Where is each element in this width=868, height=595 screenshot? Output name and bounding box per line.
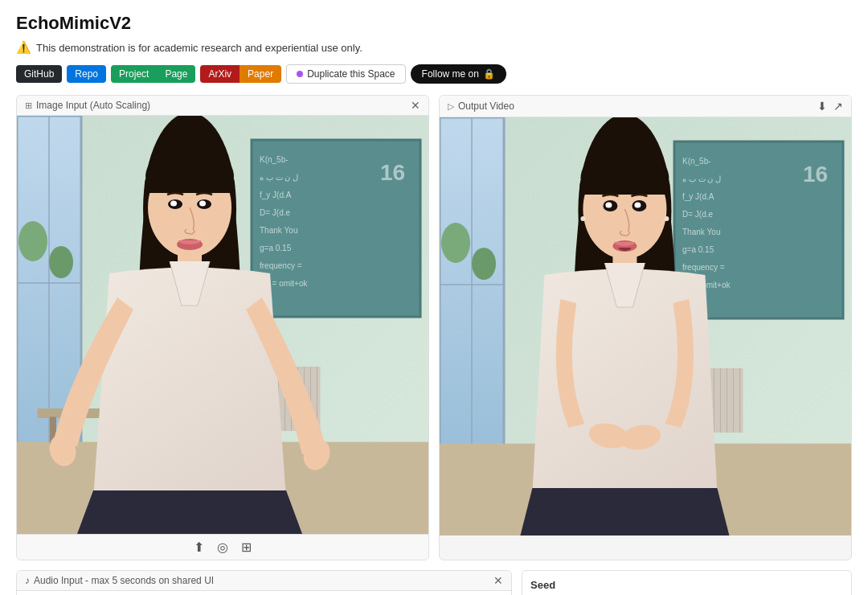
panel-header-left: ⊞ Image Input (Auto Scaling) [25, 100, 150, 111]
output-panel-actions: ⬇ ↗ [817, 100, 843, 113]
output-panel-header: ▷ Output Video ⬇ ↗ [440, 96, 851, 117]
warning-icon: ⚠️ [16, 40, 31, 55]
download-icon[interactable]: ⬇ [817, 100, 827, 113]
image-panel-header: ⊞ Image Input (Auto Scaling) ✕ [17, 96, 428, 116]
app-container: EchoMimicV2 ⚠️ This demonstration is for… [0, 0, 868, 595]
paper-button[interactable]: Paper [240, 65, 281, 83]
toolbar: GitHub Repo Project Page ArXiv Paper Dup… [16, 64, 852, 84]
audio-section: ♪ Audio Input - max 5 seconds on shared … [16, 570, 512, 595]
image-panel-title: Image Input (Auto Scaling) [36, 100, 150, 111]
page-button[interactable]: Page [157, 65, 195, 83]
image-panel-close-button[interactable]: ✕ [411, 100, 420, 111]
image-input-area[interactable] [17, 116, 428, 534]
audio-header-left: ♪ Audio Input - max 5 seconds on shared … [25, 575, 214, 586]
disclaimer-text: This demonstration is for academic resea… [36, 42, 362, 54]
left-image-canvas [17, 116, 428, 534]
follow-label: Follow me on [422, 68, 479, 80]
output-panel-title: Output Video [458, 101, 514, 112]
duplicate-icon [297, 71, 303, 77]
output-video-panel: ▷ Output Video ⬇ ↗ [439, 95, 852, 560]
output-video-area [440, 117, 851, 536]
audio-title: Audio Input - max 5 seconds on shared UI [34, 575, 214, 586]
audio-waveform [17, 591, 511, 595]
panel-grid-icon: ⊞ [25, 101, 32, 111]
app-title: EchoMimicV2 [16, 13, 852, 34]
arxiv-paper-group: ArXiv Paper [200, 65, 281, 83]
upload-button[interactable]: ⬆ [194, 540, 204, 555]
main-panels: ⊞ Image Input (Auto Scaling) ✕ ⬆ ◎ ⊞ ▷ O… [16, 95, 852, 560]
project-button[interactable]: Project [111, 65, 157, 83]
repo-button[interactable]: Repo [67, 65, 106, 83]
crop-button[interactable]: ◎ [217, 540, 228, 555]
grid-button[interactable]: ⊞ [241, 540, 252, 555]
video-icon: ▷ [448, 101, 454, 112]
right-bottom-panel: Seed [522, 570, 852, 595]
left-bottom-panel: ♪ Audio Input - max 5 seconds on shared … [16, 570, 512, 595]
image-panel-toolbar: ⬆ ◎ ⊞ [17, 534, 428, 560]
github-button[interactable]: GitHub [16, 65, 62, 83]
bottom-panels: ♪ Audio Input - max 5 seconds on shared … [16, 570, 852, 595]
follow-button[interactable]: Follow me on 🔒 [411, 64, 506, 84]
output-header-left: ▷ Output Video [448, 101, 514, 112]
project-page-group: Project Page [111, 65, 195, 83]
audio-header: ♪ Audio Input - max 5 seconds on shared … [17, 571, 511, 591]
duplicate-button[interactable]: Duplicate this Space [286, 64, 405, 84]
disclaimer-bar: ⚠️ This demonstration is for academic re… [16, 40, 852, 55]
seed-section: Seed [522, 570, 852, 595]
image-input-panel: ⊞ Image Input (Auto Scaling) ✕ ⬆ ◎ ⊞ [16, 95, 429, 560]
arxiv-button[interactable]: ArXiv [200, 65, 240, 83]
share-icon[interactable]: ↗ [833, 100, 843, 113]
follow-icon: 🔒 [483, 68, 495, 80]
audio-close-button[interactable]: ✕ [493, 575, 503, 586]
seed-label: Seed [530, 579, 843, 591]
audio-icon: ♪ [25, 575, 30, 586]
right-image-canvas [440, 117, 851, 536]
duplicate-label: Duplicate this Space [307, 68, 395, 80]
